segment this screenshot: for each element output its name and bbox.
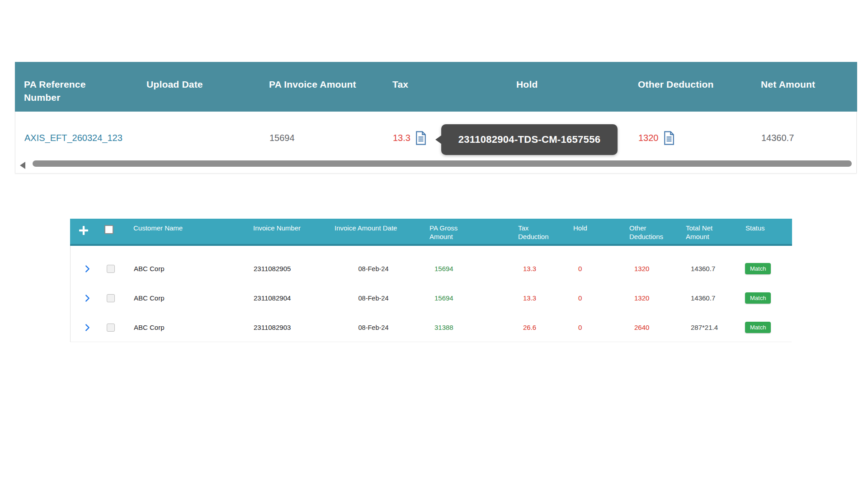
row-checkbox[interactable]	[107, 324, 115, 332]
horizontal-scrollbar[interactable]	[15, 158, 856, 173]
column-header-hold: Hold	[564, 219, 620, 232]
tds-reference-tooltip: 2311082904-TDS-CM-1657556	[441, 124, 618, 155]
row-checkbox[interactable]	[107, 294, 115, 302]
net-amount-value: 14360.7	[761, 133, 794, 143]
status-match-button[interactable]: Match	[745, 292, 771, 304]
column-header-invoice-amount-date: Invoice Amount Date	[326, 219, 420, 232]
pa-summary-header-row: PA Reference Number Upload Date PA Invoi…	[15, 62, 857, 112]
invoice-number-value: 2311082903	[245, 324, 326, 331]
pa-invoice-amount-value: 15694	[269, 133, 295, 143]
hold-value: 0	[565, 324, 621, 331]
document-icon[interactable]	[663, 131, 675, 145]
triangle-left-icon[interactable]	[20, 162, 25, 169]
invoice-number-value: 2311082905	[245, 265, 326, 272]
other-deduction-value: 1320	[638, 133, 659, 143]
invoice-row: ABC Corp 2311082904 08-Feb-24 15694 13.3…	[71, 283, 792, 313]
column-header-invoice-number: Invoice Number	[244, 219, 326, 232]
column-header-other-deductions: Other Deductions	[620, 219, 677, 241]
hold-value: 0	[565, 265, 621, 272]
invoice-number-value: 2311082904	[245, 294, 326, 302]
invoice-table-body: ABC Corp 2311082905 08-Feb-24 15694 13.3…	[71, 248, 792, 342]
plus-icon[interactable]	[78, 225, 89, 236]
column-header-upload-date: Upload Date	[137, 62, 260, 91]
column-header-tax: Tax	[383, 62, 507, 91]
chevron-right-icon[interactable]	[71, 323, 98, 333]
invoice-amount-date-value: 08-Feb-24	[326, 265, 421, 272]
column-header-pa-invoice-amount: PA Invoice Amount	[260, 62, 383, 91]
pa-gross-amount-value: 31388	[421, 324, 509, 331]
status-match-button[interactable]: Match	[745, 263, 771, 274]
document-icon[interactable]	[415, 131, 427, 145]
total-net-amount-value: 14360.7	[677, 265, 735, 272]
column-header-pa-reference-number: PA Reference Number	[15, 62, 137, 104]
tax-deduction-value: 26.6	[509, 324, 565, 331]
customer-name-value: ABC Corp	[125, 294, 245, 302]
scrollbar-thumb[interactable]	[33, 160, 852, 167]
pa-gross-amount-value: 15694	[421, 265, 509, 272]
tax-deduction-value: 13.3	[509, 294, 565, 302]
pa-reference-link[interactable]: AXIS_EFT_260324_123	[24, 133, 123, 143]
invoice-amount-date-value: 08-Feb-24	[326, 295, 421, 302]
column-header-net-amount: Net Amount	[752, 62, 857, 91]
hold-value: 0	[565, 294, 621, 302]
other-deductions-value: 1320	[621, 294, 677, 302]
other-deductions-value: 1320	[621, 265, 677, 272]
column-header-hold: Hold	[507, 62, 629, 91]
invoice-match-table: Customer Name Invoice Number Invoice Amo…	[70, 219, 792, 342]
status-match-button[interactable]: Match	[745, 322, 771, 333]
invoice-table-header-row: Customer Name Invoice Number Invoice Amo…	[70, 219, 792, 246]
column-header-pa-gross-amount: PA Gross Amount	[420, 219, 509, 241]
chevron-right-icon[interactable]	[71, 264, 98, 274]
tax-deduction-value: 13.3	[509, 265, 565, 272]
total-net-amount-value: 287*21.4	[677, 324, 735, 331]
column-header-customer-name: Customer Name	[124, 219, 244, 232]
column-header-total-net-amount: Total Net Amount	[677, 219, 735, 241]
pa-gross-amount-value: 15694	[421, 294, 509, 302]
other-deductions-value: 2640	[621, 324, 677, 331]
pa-summary-table: PA Reference Number Upload Date PA Invoi…	[15, 62, 857, 174]
select-all-checkbox[interactable]	[104, 225, 113, 234]
column-header-status: Status	[735, 219, 792, 232]
row-checkbox[interactable]	[107, 265, 115, 273]
chevron-right-icon[interactable]	[71, 293, 98, 303]
invoice-row: ABC Corp 2311082905 08-Feb-24 15694 13.3…	[71, 254, 792, 283]
invoice-amount-date-value: 08-Feb-24	[326, 324, 421, 331]
column-header-other-deduction: Other Deduction	[629, 62, 752, 91]
column-header-tax-deduction: Tax Deduction	[509, 219, 564, 241]
customer-name-value: ABC Corp	[125, 265, 245, 272]
tooltip-text: 2311082904-TDS-CM-1657556	[458, 134, 600, 145]
customer-name-value: ABC Corp	[125, 324, 245, 331]
tax-value: 13.3	[393, 133, 410, 143]
total-net-amount-value: 14360.7	[677, 294, 735, 302]
invoice-row: ABC Corp 2311082903 08-Feb-24 31388 26.6…	[71, 313, 792, 342]
